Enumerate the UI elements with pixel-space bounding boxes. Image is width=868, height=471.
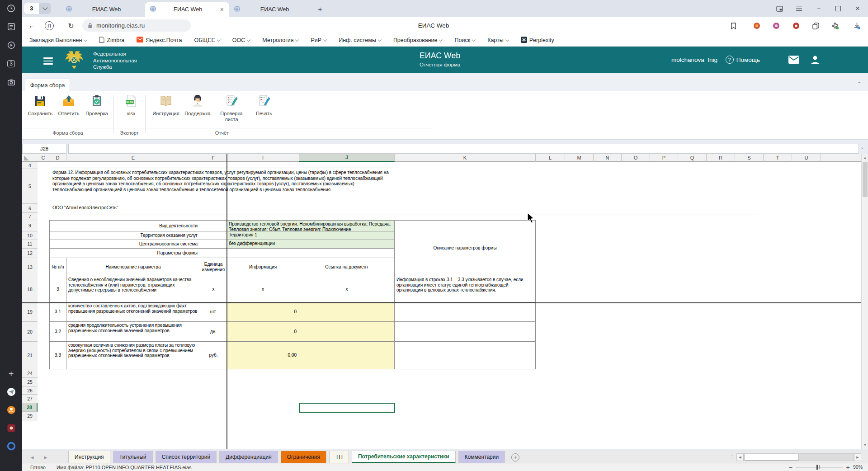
row-header-19[interactable]: 19 (22, 302, 38, 322)
sheet-tab[interactable]: ТП (329, 451, 349, 463)
company-name[interactable]: ООО "АтомТеплоЭлектроСеть" (52, 205, 278, 212)
ribbon-button-save[interactable]: Сохранить (25, 94, 56, 117)
zoom-in-icon[interactable]: + (846, 463, 850, 471)
pip-icon[interactable] (775, 4, 784, 13)
sheet-tab[interactable]: Титульный (113, 451, 153, 463)
param-link-cell[interactable] (299, 302, 395, 322)
row-header-11[interactable]: 11 (22, 240, 38, 249)
mail-icon[interactable] (788, 47, 799, 73)
column-header-R[interactable]: R (707, 154, 735, 162)
bookmark-item[interactable]: ООС (232, 37, 250, 43)
screenshot-icon[interactable] (0, 75, 22, 89)
vertical-scrollbar[interactable]: ▲▼ (861, 154, 868, 449)
sidebar-app-blue[interactable] (0, 439, 22, 453)
ribbon-button-xlsx[interactable]: XLSXxlsx (116, 94, 146, 117)
info-value-cell[interactable]: Производство тепловой энергии. Некомбини… (227, 220, 395, 231)
param-link-cell[interactable]: x (299, 276, 395, 302)
tab-close-icon[interactable]: × (219, 6, 225, 13)
sheet-nav-left-icon[interactable]: ◀ (27, 451, 38, 463)
sidebar-add-icon[interactable]: + (0, 367, 22, 381)
sheet-nav-right-icon[interactable]: ▶ (40, 451, 51, 463)
bookmark-item[interactable]: ОБЩЕЕ (194, 37, 220, 43)
formula-bar-expand-icon[interactable]: ⌄ (860, 145, 864, 150)
column-header-L[interactable]: L (536, 154, 565, 162)
extension-icon-1[interactable] (751, 20, 762, 31)
vscroll-up-icon[interactable]: ▲ (862, 154, 868, 161)
bookmark-item[interactable]: Инф. системы (339, 37, 381, 43)
zoom-slider[interactable] (796, 467, 843, 467)
row-header-6[interactable]: 6 (22, 204, 38, 213)
tabstrip-divider-dots[interactable]: ⋮ (730, 454, 735, 460)
column-header-U[interactable]: U (792, 154, 821, 162)
tab-list-chevron[interactable] (39, 3, 51, 14)
hscroll-right-icon[interactable]: ▶ (854, 453, 861, 461)
column-header-T[interactable]: T (764, 154, 792, 162)
row-header-29[interactable]: 29 (22, 412, 38, 420)
info-value-cell[interactable]: без дифференциации (227, 240, 395, 249)
info-empty-cell[interactable] (200, 240, 227, 249)
row-header-28[interactable]: 28 (22, 403, 38, 412)
address-bar[interactable]: monitoring.eias.ru (82, 19, 191, 32)
video-icon[interactable] (0, 38, 22, 52)
info-empty-cell[interactable] (200, 220, 227, 231)
column-header-M[interactable]: M (565, 154, 594, 162)
browser-tab[interactable]: ЕИАС Web (61, 2, 145, 17)
hamburger-menu-icon[interactable] (43, 56, 53, 66)
shared-tabs-icon[interactable] (810, 20, 821, 31)
param-link-cell[interactable] (299, 322, 395, 342)
account-icon[interactable] (810, 47, 820, 73)
sidebar-app-darkred[interactable] (0, 421, 22, 435)
param-info-cell[interactable]: 0 (227, 302, 299, 322)
horizontal-scrollbar[interactable]: ◀ ▶ (736, 453, 861, 461)
window-close-button[interactable]: × (853, 4, 862, 13)
tab-groups-badge[interactable]: 3 (0, 57, 22, 71)
ribbon-button-send[interactable]: Ответить (53, 94, 84, 117)
new-tab-button[interactable]: + (313, 2, 327, 17)
bookmark-item[interactable]: Поиск (454, 37, 475, 43)
vscroll-thumb[interactable] (863, 162, 868, 197)
column-header-J[interactable]: J (299, 154, 395, 162)
reload-button[interactable]: ↻ (66, 20, 76, 31)
bookmark-item[interactable]: Perplexity (521, 37, 554, 44)
vscroll-down-icon[interactable]: ▼ (862, 441, 868, 448)
info-value-cell[interactable] (227, 249, 395, 258)
browser-tab[interactable]: ЕИАС Web× (145, 2, 229, 17)
hscroll-left-icon[interactable]: ◀ (736, 453, 744, 461)
feed-icon[interactable] (0, 20, 22, 33)
tab-counter[interactable]: 3 (24, 3, 39, 14)
param-desc-cell[interactable] (395, 342, 536, 369)
param-info-cell[interactable]: x (227, 276, 299, 302)
bookmark-item[interactable]: Преобразование (393, 37, 443, 43)
username[interactable]: molchanova_fnig (671, 47, 717, 73)
window-minimize-button[interactable]: − (814, 4, 823, 13)
bookmark-item[interactable]: Zimbra (99, 37, 124, 44)
column-header-Q[interactable]: Q (678, 154, 707, 162)
add-sheet-button[interactable]: + (511, 453, 519, 462)
row-header-13[interactable]: 13 (22, 258, 38, 276)
param-link-cell[interactable] (299, 342, 395, 369)
zoom-out-icon[interactable]: − (788, 463, 793, 471)
row-header-4[interactable]: 4 (22, 162, 38, 169)
sheet-tab[interactable]: Потребительские характеристики (352, 451, 456, 463)
bookmark-item[interactable]: Метрология (262, 37, 298, 43)
column-header-N[interactable]: N (594, 154, 622, 162)
sheet-tab[interactable]: Комментарии (458, 451, 505, 463)
bookmark-item[interactable]: Карты (487, 37, 509, 43)
row-header-10[interactable]: 10 (22, 231, 38, 240)
selected-cell-J28[interactable] (299, 403, 395, 413)
sheet-tab[interactable]: Инструкция (68, 451, 110, 463)
row-header-18[interactable]: 18 (22, 276, 38, 302)
sidebar-app-orange[interactable] (0, 403, 22, 417)
column-header-I[interactable]: I (227, 154, 299, 162)
row-header-12[interactable]: 12 (22, 249, 38, 258)
column-header-O[interactable]: O (622, 154, 650, 162)
bookmark-item[interactable]: Яндекс.Почта (137, 37, 182, 44)
extension-icon-2[interactable] (771, 20, 782, 31)
ribbon-tab-forma-sbora[interactable]: Форма сбора (25, 79, 70, 91)
recorder-icon[interactable] (791, 20, 802, 31)
ribbon-button-check[interactable]: Проверка (81, 94, 112, 117)
ribbon-collapse-icon[interactable]: ⌃ (857, 81, 862, 87)
history-icon[interactable] (0, 1, 22, 15)
downloads-icon[interactable] (851, 20, 862, 31)
extensions-puzzle-icon[interactable] (830, 20, 840, 31)
